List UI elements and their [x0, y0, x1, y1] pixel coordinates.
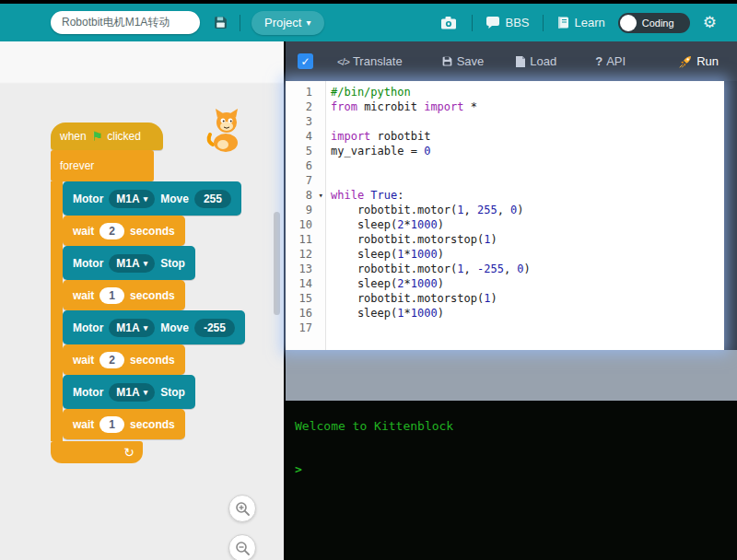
code-token: ) — [490, 292, 497, 305]
code-token: ) — [438, 248, 444, 261]
learn-label: Learn — [575, 16, 605, 29]
zoom-out-button[interactable] — [228, 534, 256, 560]
block-label: seconds — [130, 418, 175, 431]
code-line[interactable] — [331, 114, 724, 129]
editor-code[interactable]: #/bin/pythonfrom microbit import *import… — [326, 81, 724, 350]
code-token: ) — [438, 218, 444, 231]
code-line[interactable]: #/bin/python — [331, 85, 724, 99]
api-help-button[interactable]: ? API — [595, 54, 626, 68]
wait-seconds-input[interactable]: 2 — [99, 223, 124, 239]
motor-block[interactable]: MotorM1A▾Move255 — [63, 181, 241, 216]
code-token: 1000 — [411, 307, 438, 320]
terminal-panel[interactable]: Welcome to Kittenblock > — [286, 401, 737, 560]
wait-seconds-input[interactable]: 1 — [99, 287, 124, 304]
code-token: 1 — [457, 204, 463, 216]
code-line[interactable]: robotbit.motorstop(1) — [331, 232, 724, 247]
block-label: seconds — [130, 354, 175, 367]
motor-port-dropdown[interactable]: M1A▾ — [109, 190, 155, 208]
code-line[interactable]: sleep(1*1000) — [331, 306, 724, 321]
settings-gear-icon[interactable]: ⚙ — [703, 13, 717, 32]
wait-seconds-input[interactable]: 1 — [99, 416, 124, 433]
block-label: Stop — [160, 386, 185, 399]
save-label: Save — [457, 54, 485, 68]
code-line[interactable] — [331, 158, 724, 173]
wait-block[interactable]: wait1seconds — [63, 409, 185, 439]
motor-port-dropdown[interactable]: M1A▾ — [109, 254, 155, 273]
gutter-line-number: 3 — [286, 114, 325, 129]
screenshot-camera-icon[interactable] — [440, 16, 459, 30]
motor-block[interactable]: MotorM1A▾Stop — [63, 246, 195, 280]
editor-scrollbar-track[interactable] — [724, 81, 737, 350]
code-line[interactable]: import robotbit — [331, 129, 724, 144]
save-project-icon[interactable] — [213, 15, 228, 30]
editor-region: 12345678▾91011121314151617 #/bin/pythonf… — [286, 81, 737, 401]
coding-mode-toggle[interactable]: Coding — [618, 13, 690, 33]
code-token: 1000 — [411, 248, 438, 261]
forever-block[interactable]: forever — [51, 150, 154, 181]
code-token: ) — [517, 204, 523, 216]
code-line[interactable]: sleep(2*1000) — [331, 276, 724, 291]
code-line[interactable]: robotbit.motor(1, -255, 0) — [331, 262, 724, 276]
fold-caret-icon[interactable]: ▾ — [319, 188, 323, 203]
chevron-down-icon: ▾ — [306, 18, 310, 28]
code-token: , — [464, 204, 477, 216]
project-menu-button[interactable]: Project ▾ — [252, 11, 324, 35]
code-token: ) — [490, 233, 497, 246]
when-flag-clicked-block[interactable]: when ⚑ clicked — [51, 122, 163, 150]
speech-bubble-icon — [485, 17, 500, 29]
motor-port-dropdown[interactable]: M1A▾ — [109, 319, 155, 337]
forever-block-bottom[interactable]: ↻ — [51, 441, 143, 463]
code-token: 1000 — [411, 218, 438, 231]
blocks-workspace[interactable]: when ⚑ clicked forever MotorM1A▾Move255w… — [0, 41, 284, 560]
code-token: robotbit.motorstop( — [331, 292, 484, 305]
gutter-line-number: 16 — [286, 306, 325, 321]
code-line[interactable]: robotbit.motor(1, 255, 0) — [331, 203, 724, 217]
loop-arrow-icon: ↻ — [123, 445, 135, 460]
wait-block[interactable]: wait1seconds — [63, 280, 185, 310]
block-label: wait — [73, 418, 94, 431]
code-line[interactable]: robotbit.motorstop(1) — [331, 291, 724, 306]
motor-block[interactable]: MotorM1A▾Move-255 — [63, 310, 245, 344]
header-separator — [543, 15, 544, 31]
project-name-input[interactable] — [51, 11, 200, 34]
wait-block[interactable]: wait2seconds — [63, 344, 185, 375]
gutter-line-number: 5 — [286, 144, 325, 158]
workspace-scrollbar[interactable] — [274, 212, 280, 315]
code-token: : — [397, 189, 404, 202]
forever-block-spine[interactable] — [51, 181, 63, 441]
code-line[interactable]: sleep(1*1000) — [331, 247, 724, 262]
code-line[interactable] — [331, 321, 724, 335]
motor-port-dropdown[interactable]: M1A▾ — [109, 383, 155, 402]
code-line[interactable]: my_variable = 0 — [331, 144, 724, 158]
gutter-line-number: 8▾ — [286, 188, 325, 203]
scratch-cat-sprite[interactable] — [205, 108, 245, 158]
block-label: Motor — [73, 192, 103, 205]
translate-button[interactable]: </> Translate — [337, 54, 403, 68]
header-bar: Project ▾ BBS — [0, 4, 737, 41]
motor-block[interactable]: MotorM1A▾Stop — [63, 375, 195, 409]
chevron-down-icon: ▾ — [144, 388, 148, 397]
coding-toggle-label: Coding — [642, 18, 674, 29]
code-line[interactable] — [331, 173, 724, 188]
wait-seconds-input[interactable]: 2 — [99, 352, 124, 368]
run-button[interactable]: Run — [678, 54, 719, 69]
load-code-button[interactable]: Load — [515, 54, 556, 68]
bbs-link[interactable]: BBS — [485, 16, 529, 29]
green-flag-icon: ⚑ — [91, 129, 103, 144]
code-editor[interactable]: 12345678▾91011121314151617 #/bin/pythonf… — [286, 81, 724, 350]
bbs-label: BBS — [505, 16, 529, 29]
save-code-button[interactable]: Save — [441, 54, 485, 68]
block-label: Motor — [73, 257, 103, 270]
sync-code-checkbox[interactable]: ✓ — [298, 53, 313, 69]
motor-speed-input[interactable]: -255 — [194, 319, 235, 337]
block-label: wait — [73, 289, 94, 302]
code-token: 255 — [477, 204, 497, 216]
code-token: my_variable = — [331, 145, 424, 158]
code-line[interactable]: while True: — [331, 188, 724, 203]
code-line[interactable]: from microbit import * — [331, 99, 724, 114]
zoom-in-button[interactable] — [228, 495, 256, 522]
learn-link[interactable]: Learn — [556, 16, 605, 29]
wait-block[interactable]: wait2seconds — [63, 216, 185, 246]
code-line[interactable]: sleep(2*1000) — [331, 217, 724, 232]
motor-speed-input[interactable]: 255 — [194, 190, 231, 208]
